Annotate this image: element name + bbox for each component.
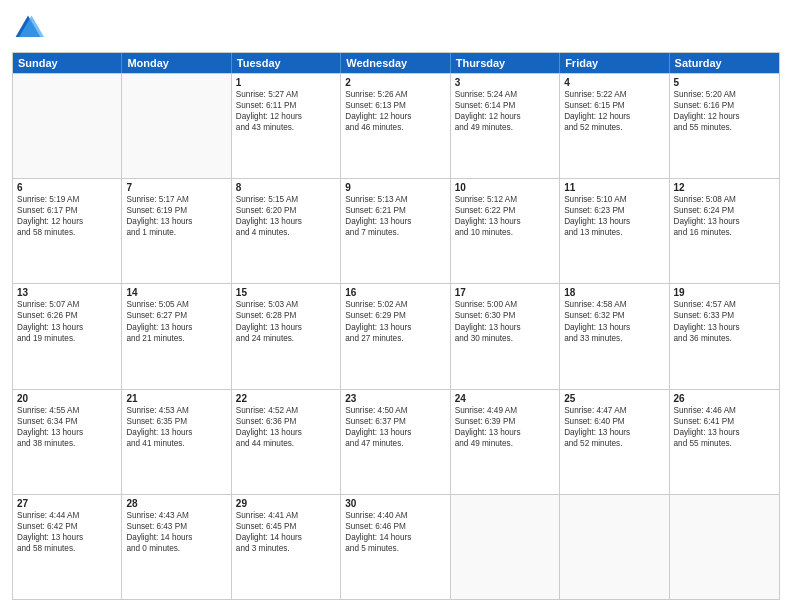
day-number: 16 <box>345 287 445 298</box>
cell-line: Daylight: 13 hours <box>345 427 445 438</box>
cell-line: Daylight: 13 hours <box>455 427 555 438</box>
day-number: 7 <box>126 182 226 193</box>
calendar-row-2: 6Sunrise: 5:19 AMSunset: 6:17 PMDaylight… <box>13 178 779 283</box>
cell-line: Sunrise: 4:40 AM <box>345 510 445 521</box>
cell-line: Sunrise: 5:19 AM <box>17 194 117 205</box>
day-cell-28: 28Sunrise: 4:43 AMSunset: 6:43 PMDayligh… <box>122 495 231 599</box>
day-cell-27: 27Sunrise: 4:44 AMSunset: 6:42 PMDayligh… <box>13 495 122 599</box>
day-cell-30: 30Sunrise: 4:40 AMSunset: 6:46 PMDayligh… <box>341 495 450 599</box>
day-number: 14 <box>126 287 226 298</box>
cell-line: Sunrise: 4:41 AM <box>236 510 336 521</box>
cell-line: and 24 minutes. <box>236 333 336 344</box>
cell-line: Daylight: 13 hours <box>236 216 336 227</box>
day-cell-12: 12Sunrise: 5:08 AMSunset: 6:24 PMDayligh… <box>670 179 779 283</box>
cell-line: Sunrise: 5:20 AM <box>674 89 775 100</box>
cell-line: Sunrise: 4:58 AM <box>564 299 664 310</box>
cell-line: and 47 minutes. <box>345 438 445 449</box>
cell-line: Daylight: 14 hours <box>126 532 226 543</box>
day-cell-23: 23Sunrise: 4:50 AMSunset: 6:37 PMDayligh… <box>341 390 450 494</box>
day-number: 15 <box>236 287 336 298</box>
cell-line: Sunrise: 4:44 AM <box>17 510 117 521</box>
cell-line: and 33 minutes. <box>564 333 664 344</box>
cell-line: Sunset: 6:36 PM <box>236 416 336 427</box>
day-cell-14: 14Sunrise: 5:05 AMSunset: 6:27 PMDayligh… <box>122 284 231 388</box>
day-cell-empty <box>122 74 231 178</box>
day-cell-26: 26Sunrise: 4:46 AMSunset: 6:41 PMDayligh… <box>670 390 779 494</box>
cell-line: Daylight: 13 hours <box>126 427 226 438</box>
cell-line: Sunrise: 4:49 AM <box>455 405 555 416</box>
cell-line: Sunset: 6:19 PM <box>126 205 226 216</box>
day-number: 6 <box>17 182 117 193</box>
cell-line: Sunrise: 4:46 AM <box>674 405 775 416</box>
cell-line: Daylight: 12 hours <box>455 111 555 122</box>
day-number: 12 <box>674 182 775 193</box>
cell-line: Sunset: 6:22 PM <box>455 205 555 216</box>
cell-line: Daylight: 13 hours <box>674 216 775 227</box>
cell-line: Daylight: 13 hours <box>674 322 775 333</box>
cell-line: Sunrise: 4:53 AM <box>126 405 226 416</box>
cell-line: Sunset: 6:46 PM <box>345 521 445 532</box>
cell-line: Sunrise: 5:05 AM <box>126 299 226 310</box>
cell-line: and 44 minutes. <box>236 438 336 449</box>
day-cell-5: 5Sunrise: 5:20 AMSunset: 6:16 PMDaylight… <box>670 74 779 178</box>
cell-line: and 7 minutes. <box>345 227 445 238</box>
cell-line: and 55 minutes. <box>674 122 775 133</box>
cell-line: Sunset: 6:15 PM <box>564 100 664 111</box>
day-number: 10 <box>455 182 555 193</box>
cell-line: Daylight: 13 hours <box>345 216 445 227</box>
cell-line: and 36 minutes. <box>674 333 775 344</box>
day-number: 28 <box>126 498 226 509</box>
cell-line: Sunset: 6:40 PM <box>564 416 664 427</box>
day-number: 26 <box>674 393 775 404</box>
cell-line: Sunrise: 5:10 AM <box>564 194 664 205</box>
cell-line: Sunrise: 4:50 AM <box>345 405 445 416</box>
cell-line: and 4 minutes. <box>236 227 336 238</box>
cell-line: Sunrise: 4:52 AM <box>236 405 336 416</box>
cell-line: and 49 minutes. <box>455 122 555 133</box>
cell-line: and 10 minutes. <box>455 227 555 238</box>
cell-line: Sunset: 6:41 PM <box>674 416 775 427</box>
cell-line: Daylight: 13 hours <box>564 322 664 333</box>
day-cell-2: 2Sunrise: 5:26 AMSunset: 6:13 PMDaylight… <box>341 74 450 178</box>
cell-line: Daylight: 13 hours <box>345 322 445 333</box>
day-number: 22 <box>236 393 336 404</box>
day-number: 5 <box>674 77 775 88</box>
cell-line: Sunset: 6:27 PM <box>126 310 226 321</box>
cell-line: Sunset: 6:16 PM <box>674 100 775 111</box>
cell-line: Daylight: 13 hours <box>564 216 664 227</box>
day-cell-25: 25Sunrise: 4:47 AMSunset: 6:40 PMDayligh… <box>560 390 669 494</box>
cell-line: Daylight: 12 hours <box>674 111 775 122</box>
page: SundayMondayTuesdayWednesdayThursdayFrid… <box>0 0 792 612</box>
day-number: 13 <box>17 287 117 298</box>
cell-line: and 49 minutes. <box>455 438 555 449</box>
cell-line: and 3 minutes. <box>236 543 336 554</box>
day-cell-17: 17Sunrise: 5:00 AMSunset: 6:30 PMDayligh… <box>451 284 560 388</box>
day-number: 2 <box>345 77 445 88</box>
cell-line: Sunset: 6:17 PM <box>17 205 117 216</box>
cell-line: Sunset: 6:34 PM <box>17 416 117 427</box>
day-cell-20: 20Sunrise: 4:55 AMSunset: 6:34 PMDayligh… <box>13 390 122 494</box>
cell-line: and 27 minutes. <box>345 333 445 344</box>
day-cell-11: 11Sunrise: 5:10 AMSunset: 6:23 PMDayligh… <box>560 179 669 283</box>
day-cell-16: 16Sunrise: 5:02 AMSunset: 6:29 PMDayligh… <box>341 284 450 388</box>
weekday-header-saturday: Saturday <box>670 53 779 73</box>
day-cell-29: 29Sunrise: 4:41 AMSunset: 6:45 PMDayligh… <box>232 495 341 599</box>
day-cell-empty <box>560 495 669 599</box>
day-cell-21: 21Sunrise: 4:53 AMSunset: 6:35 PMDayligh… <box>122 390 231 494</box>
cell-line: Sunrise: 5:17 AM <box>126 194 226 205</box>
day-cell-6: 6Sunrise: 5:19 AMSunset: 6:17 PMDaylight… <box>13 179 122 283</box>
day-number: 27 <box>17 498 117 509</box>
day-cell-19: 19Sunrise: 4:57 AMSunset: 6:33 PMDayligh… <box>670 284 779 388</box>
weekday-header-friday: Friday <box>560 53 669 73</box>
cell-line: Daylight: 13 hours <box>236 427 336 438</box>
day-cell-24: 24Sunrise: 4:49 AMSunset: 6:39 PMDayligh… <box>451 390 560 494</box>
calendar-row-5: 27Sunrise: 4:44 AMSunset: 6:42 PMDayligh… <box>13 494 779 599</box>
weekday-header-monday: Monday <box>122 53 231 73</box>
cell-line: Daylight: 13 hours <box>564 427 664 438</box>
weekday-header-thursday: Thursday <box>451 53 560 73</box>
cell-line: and 5 minutes. <box>345 543 445 554</box>
cell-line: Sunset: 6:28 PM <box>236 310 336 321</box>
day-cell-10: 10Sunrise: 5:12 AMSunset: 6:22 PMDayligh… <box>451 179 560 283</box>
cell-line: Sunrise: 5:26 AM <box>345 89 445 100</box>
cell-line: Sunset: 6:39 PM <box>455 416 555 427</box>
